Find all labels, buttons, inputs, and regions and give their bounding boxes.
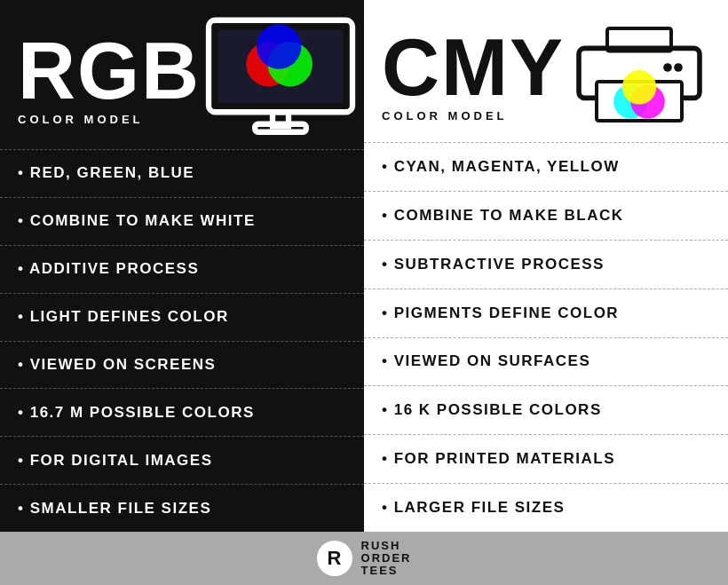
right-row-text: • SUBTRACTIVE PROCESS	[382, 256, 605, 273]
right-row-item: • PIGMENTS DEFINE COLOR	[364, 289, 728, 337]
right-row-item: • SUBTRACTIVE PROCESS	[364, 240, 728, 289]
left-row-text: • FOR DIGITAL IMAGES	[18, 452, 213, 470]
right-header: CMY COLOR MODEL	[364, 0, 728, 142]
main-content: RGB COLOR MODEL	[0, 0, 728, 532]
right-rows: • CYAN, MAGENTA, YELLOW• COMBINE TO MAKE…	[364, 142, 728, 532]
right-row-item: • VIEWED ON SURFACES	[364, 337, 728, 386]
svg-point-11	[663, 63, 672, 72]
right-row-text: • CYAN, MAGENTA, YELLOW	[382, 158, 620, 176]
left-row-text: • RED, GREEN, BLUE	[18, 164, 194, 182]
svg-point-14	[622, 70, 656, 104]
left-title-block: RGB COLOR MODEL	[18, 31, 201, 126]
left-row-text: • LIGHT DEFINES COLOR	[18, 308, 229, 326]
left-row-item: • VIEWED ON SCREENS	[0, 341, 364, 389]
footer-line1: RUSH	[361, 540, 412, 552]
footer-logo: R	[317, 541, 352, 576]
footer-line3: TEES	[361, 565, 412, 577]
footer-text-block: RUSH ORDER TEES	[361, 540, 412, 578]
left-row-item: • RED, GREEN, BLUE	[0, 149, 364, 197]
right-row-item: • LARGER FILE SIZES	[364, 483, 728, 532]
svg-point-4	[257, 24, 301, 68]
footer-line2: ORDER	[361, 552, 412, 565]
right-title-block: CMY COLOR MODEL	[382, 28, 565, 123]
printer-icon	[568, 17, 710, 132]
right-panel: CMY COLOR MODEL	[364, 0, 728, 532]
right-row-text: • 16 K POSSIBLE COLORS	[382, 401, 602, 419]
left-row-text: • SMALLER FILE SIZES	[18, 500, 211, 518]
rgb-title: RGB	[18, 31, 201, 111]
right-row-text: • VIEWED ON SURFACES	[382, 352, 590, 370]
right-row-text: • FOR PRINTED MATERIALS	[382, 450, 615, 468]
left-row-item: • COMBINE TO MAKE WHITE	[0, 197, 364, 245]
right-row-item: • CYAN, MAGENTA, YELLOW	[364, 142, 728, 191]
left-row-item: • ADDITIVE PROCESS	[0, 245, 364, 293]
right-row-item: • FOR PRINTED MATERIALS	[364, 434, 728, 483]
right-row-text: • COMBINE TO MAKE BLACK	[382, 207, 623, 225]
footer: R RUSH ORDER TEES	[0, 532, 728, 585]
footer-logo-letter: R	[328, 547, 342, 570]
right-row-text: • PIGMENTS DEFINE COLOR	[382, 304, 619, 322]
left-panel: RGB COLOR MODEL	[0, 0, 364, 532]
right-row-text: • LARGER FILE SIZES	[382, 499, 565, 517]
right-row-item: • 16 K POSSIBLE COLORS	[364, 385, 728, 434]
left-subtitle: COLOR MODEL	[18, 113, 201, 126]
card: RGB COLOR MODEL	[0, 0, 728, 585]
left-header: RGB COLOR MODEL	[0, 0, 364, 149]
monitor-icon	[201, 16, 360, 140]
left-row-item: • 16.7 M POSSIBLE COLORS	[0, 388, 364, 436]
left-row-text: • 16.7 M POSSIBLE COLORS	[18, 404, 255, 422]
left-row-item: • SMALLER FILE SIZES	[0, 484, 364, 532]
left-row-text: • VIEWED ON SCREENS	[18, 356, 216, 374]
left-row-text: • ADDITIVE PROCESS	[18, 260, 199, 278]
left-row-item: • FOR DIGITAL IMAGES	[0, 436, 364, 484]
left-row-text: • COMBINE TO MAKE WHITE	[18, 212, 256, 230]
right-subtitle: COLOR MODEL	[382, 109, 565, 123]
svg-point-10	[674, 63, 683, 72]
cmy-title: CMY	[382, 28, 565, 107]
left-rows: • RED, GREEN, BLUE• COMBINE TO MAKE WHIT…	[0, 149, 364, 532]
left-row-item: • LIGHT DEFINES COLOR	[0, 293, 364, 341]
right-row-item: • COMBINE TO MAKE BLACK	[364, 191, 728, 240]
